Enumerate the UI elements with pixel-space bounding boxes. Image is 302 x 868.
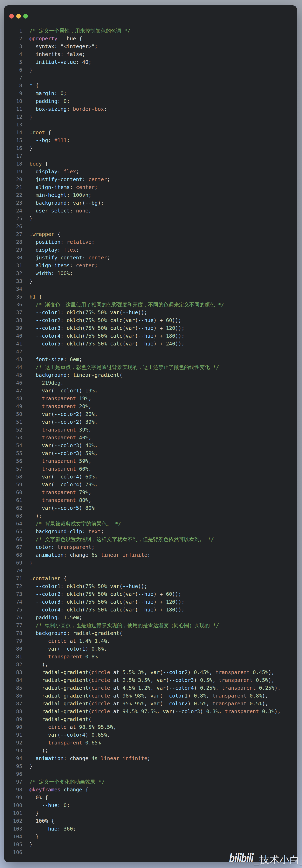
code-line: 35h1 { <box>4 293 297 301</box>
code-line: 58 var(--color4) 60%, <box>4 473 297 481</box>
code-text: 0% { <box>29 794 48 802</box>
code-text: --bg: #111; <box>29 136 70 144</box>
code-line: 21 align-items: center; <box>4 183 297 191</box>
code-line: 9 margin: 0; <box>4 90 297 97</box>
line-number: 104 <box>4 833 22 841</box>
line-number: 46 <box>4 379 22 387</box>
line-number: 22 <box>4 191 22 199</box>
code-text: transparent 0.65% <box>29 739 101 747</box>
code-text: /* 渐变色，这里使用了相同的色彩强度和亮度，不同的色调来定义不同的颜色 */ <box>29 301 224 309</box>
line-number: 79 <box>4 637 22 645</box>
code-line: 17 <box>4 152 297 160</box>
code-line: 29 display: flex; <box>4 246 297 254</box>
line-number: 5 <box>4 58 22 66</box>
code-text: --color4: oklch(75% 50% calc(var(--hue) … <box>29 606 185 614</box>
code-line: 90 circle at 98.5% 95.5%, <box>4 723 297 731</box>
code-text: radial-gradient(circle at 95% 95%, var(-… <box>29 700 268 708</box>
line-number: 98 <box>4 786 22 794</box>
code-text: padding: 1.5em; <box>29 614 82 622</box>
code-line: 92 transparent 0.65% <box>4 739 297 747</box>
line-number: 31 <box>4 262 22 270</box>
line-number: 49 <box>4 403 22 410</box>
code-line: 23 background: var(--bg); <box>4 199 297 207</box>
code-line: 51 var(--color2) 39%, <box>4 418 297 426</box>
line-number: 84 <box>4 676 22 684</box>
code-text: @property --hue { <box>29 35 82 42</box>
line-number: 10 <box>4 97 22 105</box>
code-line: 4 inherits: false; <box>4 51 297 58</box>
code-line: 60 transparent 79%, <box>4 489 297 496</box>
line-number: 28 <box>4 238 22 246</box>
line-number: 35 <box>4 293 22 301</box>
code-line: 14:root { <box>4 129 297 136</box>
maximize-button[interactable] <box>23 14 28 19</box>
code-text: :root { <box>29 129 51 136</box>
line-number: 101 <box>4 809 22 817</box>
code-line: 45 background: linear-gradient( <box>4 371 297 379</box>
line-number: 4 <box>4 51 22 58</box>
code-text: font-size: 6em; <box>29 355 82 363</box>
code-text: background-clip: text; <box>29 528 104 535</box>
code-line: 53 transparent 40%, <box>4 434 297 442</box>
code-line: 43 font-size: 6em; <box>4 355 297 363</box>
code-line: 93 ); <box>4 747 297 754</box>
code-line: 82 ), <box>4 661 297 669</box>
code-line: 42 <box>4 348 297 355</box>
line-number: 83 <box>4 669 22 676</box>
code-line: 3 syntax: "<integer>"; <box>4 42 297 51</box>
line-number: 68 <box>4 551 22 559</box>
code-text: var(--color1) 19%, <box>29 387 98 395</box>
line-number: 12 <box>4 113 22 121</box>
code-line: 83 radial-gradient(circle at 5.5% 3%, va… <box>4 669 297 676</box>
line-number: 13 <box>4 121 22 129</box>
code-text: @keyframes change { <box>29 786 88 794</box>
line-number: 16 <box>4 144 22 152</box>
code-line: 16} <box>4 144 297 152</box>
line-number: 100 <box>4 802 22 809</box>
code-line: 5 initial-value: 40; <box>4 58 297 66</box>
code-text: radial-gradient(circle at 2.5% 3.5%, var… <box>29 676 274 684</box>
code-text: } <box>29 277 33 285</box>
code-text: } <box>29 113 33 121</box>
code-text: transparent 79%, <box>29 489 91 496</box>
code-line: 91 var(--color4) 0.65%, <box>4 731 297 739</box>
code-line: 10 padding: 0; <box>4 97 297 105</box>
code-line: 67 color: transparent; <box>4 543 297 551</box>
line-number: 103 <box>4 825 22 833</box>
code-text: transparent 40%, <box>29 434 91 442</box>
line-number: 105 <box>4 841 22 848</box>
code-line: 47 var(--color1) 19%, <box>4 387 297 395</box>
line-number: 7 <box>4 74 22 82</box>
code-text: * { <box>29 82 39 90</box>
close-button[interactable] <box>9 14 14 19</box>
line-number: 41 <box>4 340 22 348</box>
code-line: 97/* 定义一个变化的动画效果 */ <box>4 778 297 786</box>
code-text: circle at 1.4% 1.4%, <box>29 637 110 645</box>
code-line: 20 justify-content: center; <box>4 176 297 183</box>
code-text: transparent 59%, <box>29 457 91 465</box>
code-editor[interactable]: 1/* 定义一个属性，用来控制颜色的色调 */2@property --hue … <box>4 27 297 856</box>
minimize-button[interactable] <box>16 14 21 19</box>
line-number: 25 <box>4 215 22 222</box>
code-line: 57 transparent 60%, <box>4 465 297 473</box>
line-number: 88 <box>4 708 22 715</box>
code-text: 100% { <box>29 817 54 825</box>
code-line: 24 user-select: none; <box>4 207 297 215</box>
code-line: 44 /* 这里是重点，彩色文字是通过背景实现的，这里还禁止了颜色的线性变化 *… <box>4 363 297 371</box>
line-number: 50 <box>4 410 22 418</box>
code-line: 28 position: relative; <box>4 238 297 246</box>
code-text: /* 定义一个属性，用来控制颜色的色调 */ <box>29 27 130 35</box>
code-text: var(--color2) 39%, <box>29 418 98 426</box>
line-number: 34 <box>4 285 22 293</box>
code-line: 6} <box>4 66 297 74</box>
code-text: --hue: 0; <box>29 802 70 809</box>
code-line: 79 circle at 1.4% 1.4%, <box>4 637 297 645</box>
code-line: 33} <box>4 277 297 285</box>
code-text: } <box>29 144 33 152</box>
code-text: padding: 0; <box>29 97 70 105</box>
code-text: background: radial-gradient( <box>29 629 123 637</box>
code-text: position: relative; <box>29 238 95 246</box>
line-number: 77 <box>4 622 22 629</box>
code-text: var(--color3) 40%, <box>29 442 98 450</box>
code-text: --color2: oklch(75% 50% calc(var(--hue) … <box>29 590 181 598</box>
